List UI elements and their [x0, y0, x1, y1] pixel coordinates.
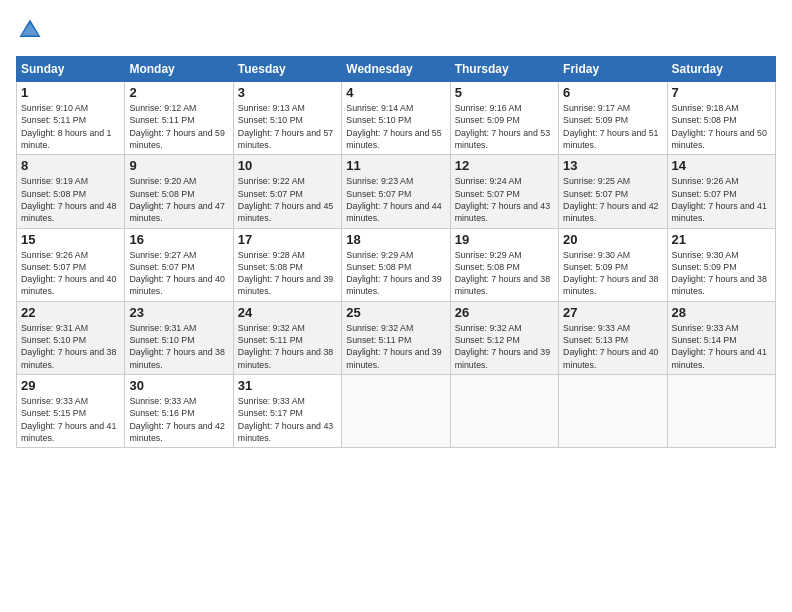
- calendar-cell: 5 Sunrise: 9:16 AMSunset: 5:09 PMDayligh…: [450, 82, 558, 155]
- day-number: 20: [563, 232, 662, 247]
- week-row-1: 1 Sunrise: 9:10 AMSunset: 5:11 PMDayligh…: [17, 82, 776, 155]
- day-info: Sunrise: 9:16 AMSunset: 5:09 PMDaylight:…: [455, 103, 550, 150]
- calendar-cell: [342, 375, 450, 448]
- day-info: Sunrise: 9:32 AMSunset: 5:11 PMDaylight:…: [238, 323, 333, 370]
- day-number: 29: [21, 378, 120, 393]
- week-row-3: 15 Sunrise: 9:26 AMSunset: 5:07 PMDaylig…: [17, 228, 776, 301]
- calendar-cell: 3 Sunrise: 9:13 AMSunset: 5:10 PMDayligh…: [233, 82, 341, 155]
- header: [16, 16, 776, 44]
- day-number: 7: [672, 85, 771, 100]
- week-row-2: 8 Sunrise: 9:19 AMSunset: 5:08 PMDayligh…: [17, 155, 776, 228]
- calendar-cell: 17 Sunrise: 9:28 AMSunset: 5:08 PMDaylig…: [233, 228, 341, 301]
- calendar-cell: 21 Sunrise: 9:30 AMSunset: 5:09 PMDaylig…: [667, 228, 775, 301]
- calendar-cell: 11 Sunrise: 9:23 AMSunset: 5:07 PMDaylig…: [342, 155, 450, 228]
- day-number: 22: [21, 305, 120, 320]
- day-number: 16: [129, 232, 228, 247]
- page: SundayMondayTuesdayWednesdayThursdayFrid…: [0, 0, 792, 612]
- calendar-cell: 20 Sunrise: 9:30 AMSunset: 5:09 PMDaylig…: [559, 228, 667, 301]
- day-info: Sunrise: 9:33 AMSunset: 5:15 PMDaylight:…: [21, 396, 116, 443]
- day-number: 14: [672, 158, 771, 173]
- weekday-header-monday: Monday: [125, 57, 233, 82]
- calendar-cell: 1 Sunrise: 9:10 AMSunset: 5:11 PMDayligh…: [17, 82, 125, 155]
- day-info: Sunrise: 9:12 AMSunset: 5:11 PMDaylight:…: [129, 103, 224, 150]
- day-info: Sunrise: 9:19 AMSunset: 5:08 PMDaylight:…: [21, 176, 116, 223]
- day-number: 25: [346, 305, 445, 320]
- day-info: Sunrise: 9:30 AMSunset: 5:09 PMDaylight:…: [672, 250, 767, 297]
- day-info: Sunrise: 9:31 AMSunset: 5:10 PMDaylight:…: [129, 323, 224, 370]
- weekday-header-saturday: Saturday: [667, 57, 775, 82]
- day-number: 21: [672, 232, 771, 247]
- day-info: Sunrise: 9:18 AMSunset: 5:08 PMDaylight:…: [672, 103, 767, 150]
- calendar-cell: 22 Sunrise: 9:31 AMSunset: 5:10 PMDaylig…: [17, 301, 125, 374]
- day-info: Sunrise: 9:24 AMSunset: 5:07 PMDaylight:…: [455, 176, 550, 223]
- calendar-cell: 31 Sunrise: 9:33 AMSunset: 5:17 PMDaylig…: [233, 375, 341, 448]
- calendar-cell: 4 Sunrise: 9:14 AMSunset: 5:10 PMDayligh…: [342, 82, 450, 155]
- calendar-cell: 6 Sunrise: 9:17 AMSunset: 5:09 PMDayligh…: [559, 82, 667, 155]
- day-number: 1: [21, 85, 120, 100]
- day-info: Sunrise: 9:33 AMSunset: 5:16 PMDaylight:…: [129, 396, 224, 443]
- calendar-cell: 18 Sunrise: 9:29 AMSunset: 5:08 PMDaylig…: [342, 228, 450, 301]
- weekday-header-sunday: Sunday: [17, 57, 125, 82]
- calendar-cell: 27 Sunrise: 9:33 AMSunset: 5:13 PMDaylig…: [559, 301, 667, 374]
- day-info: Sunrise: 9:31 AMSunset: 5:10 PMDaylight:…: [21, 323, 116, 370]
- calendar-cell: 8 Sunrise: 9:19 AMSunset: 5:08 PMDayligh…: [17, 155, 125, 228]
- logo-icon: [16, 16, 44, 44]
- calendar-cell: 23 Sunrise: 9:31 AMSunset: 5:10 PMDaylig…: [125, 301, 233, 374]
- calendar-cell: 15 Sunrise: 9:26 AMSunset: 5:07 PMDaylig…: [17, 228, 125, 301]
- calendar-cell: 13 Sunrise: 9:25 AMSunset: 5:07 PMDaylig…: [559, 155, 667, 228]
- day-info: Sunrise: 9:33 AMSunset: 5:13 PMDaylight:…: [563, 323, 658, 370]
- calendar-cell: [559, 375, 667, 448]
- calendar-cell: 28 Sunrise: 9:33 AMSunset: 5:14 PMDaylig…: [667, 301, 775, 374]
- calendar-cell: 16 Sunrise: 9:27 AMSunset: 5:07 PMDaylig…: [125, 228, 233, 301]
- calendar-cell: 24 Sunrise: 9:32 AMSunset: 5:11 PMDaylig…: [233, 301, 341, 374]
- week-row-5: 29 Sunrise: 9:33 AMSunset: 5:15 PMDaylig…: [17, 375, 776, 448]
- day-number: 10: [238, 158, 337, 173]
- weekday-header-thursday: Thursday: [450, 57, 558, 82]
- day-info: Sunrise: 9:22 AMSunset: 5:07 PMDaylight:…: [238, 176, 333, 223]
- day-number: 4: [346, 85, 445, 100]
- day-number: 12: [455, 158, 554, 173]
- day-info: Sunrise: 9:29 AMSunset: 5:08 PMDaylight:…: [455, 250, 550, 297]
- day-number: 27: [563, 305, 662, 320]
- day-number: 9: [129, 158, 228, 173]
- day-number: 6: [563, 85, 662, 100]
- weekday-header-wednesday: Wednesday: [342, 57, 450, 82]
- calendar-cell: 12 Sunrise: 9:24 AMSunset: 5:07 PMDaylig…: [450, 155, 558, 228]
- calendar-cell: 2 Sunrise: 9:12 AMSunset: 5:11 PMDayligh…: [125, 82, 233, 155]
- day-info: Sunrise: 9:27 AMSunset: 5:07 PMDaylight:…: [129, 250, 224, 297]
- day-info: Sunrise: 9:33 AMSunset: 5:17 PMDaylight:…: [238, 396, 333, 443]
- calendar-cell: 10 Sunrise: 9:22 AMSunset: 5:07 PMDaylig…: [233, 155, 341, 228]
- calendar-cell: 25 Sunrise: 9:32 AMSunset: 5:11 PMDaylig…: [342, 301, 450, 374]
- day-number: 8: [21, 158, 120, 173]
- weekday-header-tuesday: Tuesday: [233, 57, 341, 82]
- day-number: 5: [455, 85, 554, 100]
- calendar-cell: 14 Sunrise: 9:26 AMSunset: 5:07 PMDaylig…: [667, 155, 775, 228]
- calendar-cell: 26 Sunrise: 9:32 AMSunset: 5:12 PMDaylig…: [450, 301, 558, 374]
- week-row-4: 22 Sunrise: 9:31 AMSunset: 5:10 PMDaylig…: [17, 301, 776, 374]
- day-number: 11: [346, 158, 445, 173]
- day-number: 28: [672, 305, 771, 320]
- day-info: Sunrise: 9:26 AMSunset: 5:07 PMDaylight:…: [21, 250, 116, 297]
- day-number: 18: [346, 232, 445, 247]
- day-number: 31: [238, 378, 337, 393]
- day-info: Sunrise: 9:30 AMSunset: 5:09 PMDaylight:…: [563, 250, 658, 297]
- day-info: Sunrise: 9:33 AMSunset: 5:14 PMDaylight:…: [672, 323, 767, 370]
- day-info: Sunrise: 9:32 AMSunset: 5:11 PMDaylight:…: [346, 323, 441, 370]
- calendar-cell: 29 Sunrise: 9:33 AMSunset: 5:15 PMDaylig…: [17, 375, 125, 448]
- day-info: Sunrise: 9:13 AMSunset: 5:10 PMDaylight:…: [238, 103, 333, 150]
- day-info: Sunrise: 9:32 AMSunset: 5:12 PMDaylight:…: [455, 323, 550, 370]
- day-number: 2: [129, 85, 228, 100]
- day-info: Sunrise: 9:10 AMSunset: 5:11 PMDaylight:…: [21, 103, 111, 150]
- day-number: 23: [129, 305, 228, 320]
- calendar-table: SundayMondayTuesdayWednesdayThursdayFrid…: [16, 56, 776, 448]
- day-info: Sunrise: 9:25 AMSunset: 5:07 PMDaylight:…: [563, 176, 658, 223]
- day-info: Sunrise: 9:29 AMSunset: 5:08 PMDaylight:…: [346, 250, 441, 297]
- day-number: 26: [455, 305, 554, 320]
- day-info: Sunrise: 9:26 AMSunset: 5:07 PMDaylight:…: [672, 176, 767, 223]
- weekday-header-friday: Friday: [559, 57, 667, 82]
- calendar-cell: 7 Sunrise: 9:18 AMSunset: 5:08 PMDayligh…: [667, 82, 775, 155]
- weekday-header-row: SundayMondayTuesdayWednesdayThursdayFrid…: [17, 57, 776, 82]
- day-info: Sunrise: 9:20 AMSunset: 5:08 PMDaylight:…: [129, 176, 224, 223]
- calendar-cell: 30 Sunrise: 9:33 AMSunset: 5:16 PMDaylig…: [125, 375, 233, 448]
- day-number: 19: [455, 232, 554, 247]
